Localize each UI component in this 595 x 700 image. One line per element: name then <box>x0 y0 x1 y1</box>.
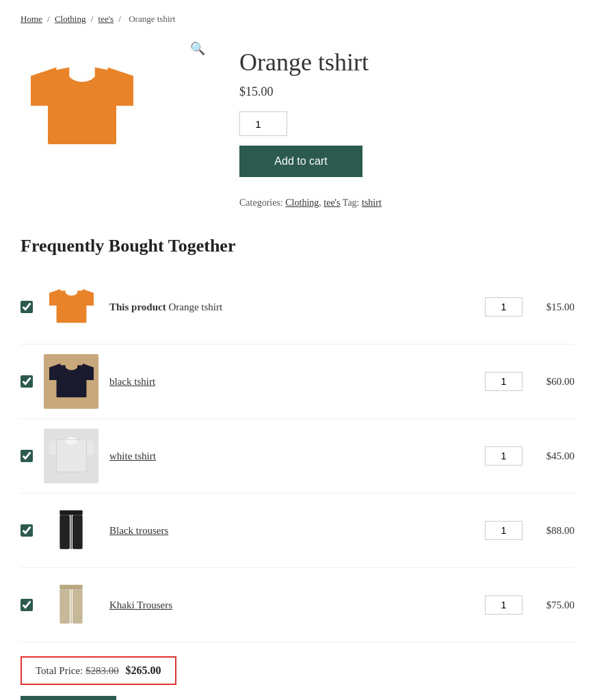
fbt-price-1: $60.00 <box>533 376 574 388</box>
svg-point-13 <box>65 362 77 370</box>
total-price-new: $265.00 <box>126 664 161 676</box>
fbt-name-4: Khaki Trousers <box>109 600 485 611</box>
fbt-qty-4[interactable] <box>485 595 523 615</box>
breadcrumb-current: Orange tshirt <box>129 14 175 24</box>
svg-point-3 <box>68 65 96 82</box>
quantity-input[interactable] <box>239 111 287 136</box>
fbt-qty-3[interactable] <box>485 521 523 540</box>
fbt-item-2: white tshirt $45.00 <box>21 419 574 494</box>
fbt-title: Frequently Bought Together <box>21 236 574 256</box>
fbt-name-0: This product Orange tshirt <box>109 301 485 313</box>
fbt-img-3 <box>44 503 98 558</box>
fbt-link-1[interactable]: black tshirt <box>109 376 155 387</box>
fbt-img-1 <box>44 354 98 409</box>
fbt-img-2 <box>44 429 98 483</box>
fbt-name-3: Black trousers <box>109 525 485 537</box>
total-price-old: $283.00 <box>85 665 119 676</box>
breadcrumb-tees[interactable]: tee's <box>98 14 114 24</box>
fbt-qty-1[interactable] <box>485 372 523 391</box>
product-image-column: 🔍 <box>21 41 212 208</box>
fbt-link-2[interactable]: white tshirt <box>109 450 156 461</box>
breadcrumb-home[interactable]: Home <box>21 14 42 24</box>
product-categories: Categories: Clothing, tee's Tag: tshirt <box>239 198 574 208</box>
fbt-item-3: Black trousers $88.00 <box>21 494 574 568</box>
total-price-label: Total Price: <box>36 665 83 676</box>
fbt-price-2: $45.00 <box>533 450 574 462</box>
product-price: $15.00 <box>239 85 574 99</box>
fbt-link-4[interactable]: Khaki Trousers <box>109 600 172 610</box>
total-price-box: Total Price: $283.00 $265.00 <box>21 656 176 685</box>
svg-rect-21 <box>72 515 83 549</box>
svg-rect-2 <box>48 72 116 144</box>
svg-rect-23 <box>60 584 82 589</box>
fbt-qty-0[interactable] <box>485 297 523 317</box>
fbt-checkbox-0[interactable] <box>21 301 33 313</box>
fbt-item-4: Khaki Trousers $75.00 <box>21 568 574 643</box>
fbt-checkbox-2[interactable] <box>21 450 33 462</box>
svg-rect-24 <box>60 589 70 623</box>
svg-point-9 <box>65 288 77 295</box>
frequently-bought-together-section: Frequently Bought Together This product … <box>21 236 574 700</box>
category-tees-link[interactable]: tee's <box>323 198 340 208</box>
fbt-price-0: $15.00 <box>533 301 574 313</box>
fbt-checkbox-4[interactable] <box>21 599 33 611</box>
svg-point-17 <box>65 437 77 444</box>
category-clothing-link[interactable]: Clothing <box>285 198 319 208</box>
svg-rect-19 <box>60 510 82 515</box>
product-section: 🔍 Orange tshirt $15.00 Add to cart <box>21 41 574 208</box>
svg-rect-25 <box>72 589 83 623</box>
tag-tshirt-link[interactable]: tshirt <box>362 198 382 208</box>
fbt-qty-2[interactable] <box>485 446 523 466</box>
fbt-link-3[interactable]: Black trousers <box>109 525 168 536</box>
fbt-img-4 <box>44 578 98 632</box>
breadcrumb: Home / Clothing / tee's / Orange tshirt <box>21 14 574 25</box>
fbt-item-0: This product Orange tshirt $15.00 <box>21 270 574 345</box>
add-to-cart-button[interactable]: Add to cart <box>239 146 362 177</box>
zoom-icon[interactable]: 🔍 <box>190 41 205 56</box>
add-all-to-cart-button[interactable]: Add all to cart <box>21 696 116 700</box>
product-image <box>27 59 137 161</box>
fbt-img-0 <box>44 280 98 334</box>
fbt-item-1: black tshirt $60.00 <box>21 345 574 419</box>
fbt-price-3: $88.00 <box>533 525 574 537</box>
breadcrumb-clothing[interactable]: Clothing <box>55 14 86 24</box>
product-title: Orange tshirt <box>239 48 574 77</box>
fbt-checkbox-1[interactable] <box>21 375 33 388</box>
product-info-column: Orange tshirt $15.00 Add to cart Categor… <box>239 41 574 208</box>
fbt-checkbox-3[interactable] <box>21 524 33 537</box>
fbt-name-1: black tshirt <box>109 376 485 388</box>
fbt-name-2: white tshirt <box>109 450 485 462</box>
fbt-price-4: $75.00 <box>533 600 574 611</box>
svg-rect-20 <box>60 515 70 549</box>
